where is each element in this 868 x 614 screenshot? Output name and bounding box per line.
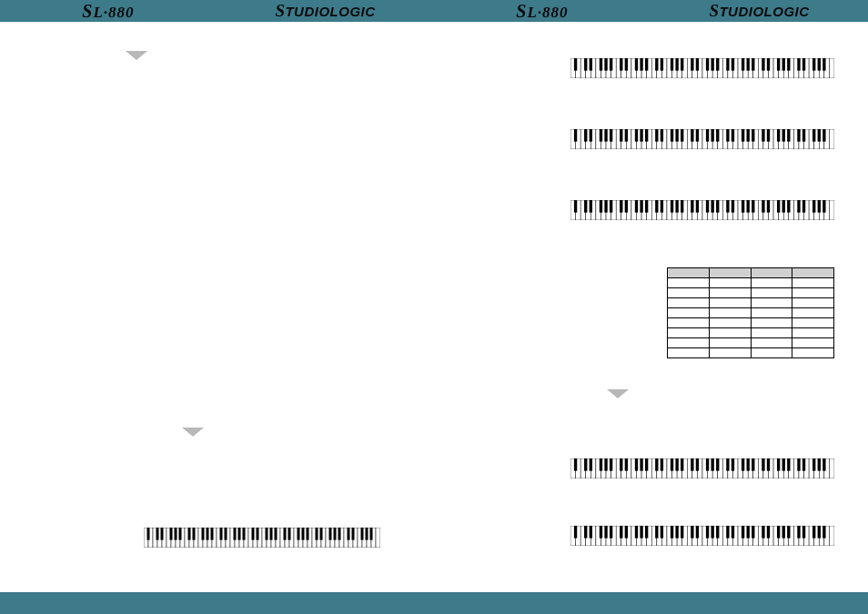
- svg-rect-56: [175, 528, 177, 540]
- svg-rect-417: [671, 458, 673, 471]
- svg-rect-79: [320, 528, 323, 540]
- svg-rect-263: [823, 129, 825, 142]
- svg-rect-85: [361, 528, 364, 540]
- svg-rect-315: [829, 200, 834, 220]
- svg-rect-144: [604, 58, 607, 71]
- svg-rect-166: [762, 58, 764, 71]
- svg-rect-337: [726, 200, 729, 213]
- arrow-down-icon: [126, 51, 147, 60]
- header-bar: SL·880 STUDIOLOGIC SL·880 STUDIOLOGIC: [0, 0, 868, 22]
- svg-rect-418: [675, 458, 678, 471]
- svg-rect-159: [711, 58, 713, 71]
- svg-rect-326: [645, 200, 648, 213]
- svg-rect-351: [823, 200, 825, 213]
- svg-rect-411: [625, 458, 628, 471]
- svg-rect-67: [243, 528, 246, 540]
- svg-rect-316: [574, 200, 577, 213]
- svg-rect-405: [584, 458, 587, 471]
- svg-rect-519: [767, 526, 770, 539]
- svg-rect-251: [742, 129, 744, 142]
- svg-rect-429: [752, 458, 754, 471]
- svg-rect-155: [681, 58, 683, 71]
- svg-rect-147: [625, 58, 628, 71]
- svg-rect-58: [188, 528, 191, 540]
- svg-rect-432: [777, 458, 780, 471]
- svg-rect-262: [818, 129, 821, 142]
- svg-rect-139: [829, 58, 834, 78]
- svg-rect-336: [716, 200, 719, 213]
- keyboard-diagram: [570, 129, 834, 149]
- svg-rect-520: [777, 526, 780, 539]
- svg-rect-322: [620, 200, 622, 213]
- svg-rect-413: [640, 458, 642, 471]
- svg-rect-513: [726, 526, 729, 539]
- svg-rect-514: [732, 526, 734, 539]
- svg-rect-494: [590, 526, 592, 539]
- svg-rect-524: [802, 526, 805, 539]
- svg-rect-157: [696, 58, 699, 71]
- svg-rect-492: [574, 526, 577, 539]
- svg-rect-238: [645, 129, 648, 142]
- svg-rect-342: [762, 200, 764, 213]
- svg-rect-241: [671, 129, 673, 142]
- svg-rect-437: [812, 458, 815, 471]
- svg-rect-522: [787, 526, 790, 539]
- svg-rect-346: [787, 200, 790, 213]
- keyboard-diagram: [570, 458, 834, 478]
- svg-rect-150: [645, 58, 648, 71]
- svg-rect-254: [762, 129, 764, 142]
- svg-rect-435: [797, 458, 800, 471]
- svg-rect-233: [610, 129, 612, 142]
- keyboard-diagram: [570, 58, 834, 78]
- svg-rect-247: [711, 129, 713, 142]
- page-right: [434, 22, 868, 592]
- arrow-down-icon: [607, 389, 629, 398]
- svg-rect-338: [732, 200, 734, 213]
- svg-rect-52: [147, 528, 150, 540]
- svg-rect-248: [716, 129, 719, 142]
- svg-rect-330: [675, 200, 678, 213]
- svg-rect-230: [590, 129, 592, 142]
- svg-rect-249: [726, 129, 729, 142]
- svg-rect-228: [574, 129, 577, 142]
- svg-rect-525: [812, 526, 815, 539]
- svg-rect-77: [307, 528, 309, 540]
- svg-rect-245: [696, 129, 699, 142]
- svg-rect-350: [818, 200, 821, 213]
- svg-rect-415: [655, 458, 658, 471]
- svg-rect-169: [782, 58, 785, 71]
- svg-rect-86: [366, 528, 368, 540]
- svg-rect-256: [777, 129, 780, 142]
- svg-rect-257: [782, 129, 785, 142]
- svg-rect-347: [797, 200, 800, 213]
- svg-rect-512: [716, 526, 719, 539]
- svg-rect-508: [691, 526, 693, 539]
- svg-rect-231: [600, 129, 602, 142]
- svg-rect-242: [675, 129, 678, 142]
- svg-rect-151: [655, 58, 658, 71]
- svg-rect-433: [782, 458, 785, 471]
- keyboard-diagram: [570, 200, 834, 220]
- svg-rect-69: [257, 528, 259, 540]
- svg-rect-412: [635, 458, 638, 471]
- svg-rect-60: [202, 528, 205, 540]
- svg-rect-61: [207, 528, 209, 540]
- svg-rect-140: [574, 58, 577, 71]
- svg-rect-259: [797, 129, 800, 142]
- svg-rect-332: [691, 200, 693, 213]
- svg-rect-261: [812, 129, 815, 142]
- svg-rect-87: [370, 528, 373, 540]
- svg-rect-327: [655, 200, 658, 213]
- svg-rect-436: [802, 458, 805, 471]
- svg-rect-345: [782, 200, 785, 213]
- header-brand-right: STUDIOLOGIC: [651, 0, 868, 22]
- svg-rect-246: [706, 129, 709, 142]
- svg-rect-260: [802, 129, 805, 142]
- svg-rect-55: [170, 528, 173, 540]
- svg-rect-344: [777, 200, 780, 213]
- svg-rect-493: [584, 526, 587, 539]
- svg-rect-53: [156, 528, 159, 540]
- svg-rect-491: [829, 526, 834, 546]
- svg-rect-341: [752, 200, 754, 213]
- svg-rect-149: [640, 58, 642, 71]
